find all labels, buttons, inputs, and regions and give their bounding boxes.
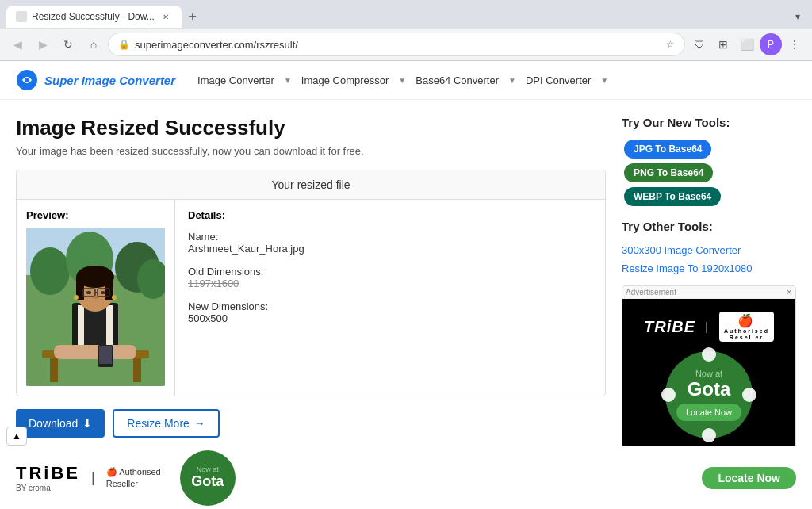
name-key: Name: — [188, 231, 592, 243]
old-dim-value: 1197x1600 — [188, 277, 592, 289]
nav-image-compressor[interactable]: Image Compressor — [295, 71, 396, 90]
deco-right — [742, 388, 756, 402]
bottom-gota: Gota — [191, 473, 224, 490]
result-box-header: Your resized file — [17, 170, 605, 200]
tool-link-300x300[interactable]: 300x300 Image Converter — [622, 241, 796, 259]
other-tools-title: Try Other Tools: — [622, 220, 796, 233]
svg-point-4 — [30, 247, 70, 295]
sidebar-ad: Advertisement ✕ TRiBE | 🍎 AuthorisedRese… — [622, 285, 796, 461]
sidebar-ad-label: Advertisement ✕ — [622, 286, 795, 299]
menu-icon[interactable]: ⋮ — [783, 33, 806, 55]
page-wrapper: Super Image Converter Image Converter ▼ … — [0, 61, 812, 509]
tablet-icon[interactable]: ⬜ — [736, 33, 758, 55]
tab-bar: Resized Successfuly - Dow... ✕ + ▾ — [0, 0, 812, 29]
page-subtext: Your image has been resized successfully… — [16, 145, 606, 157]
resize-more-label: Resize More — [127, 417, 190, 430]
active-tab[interactable]: Resized Successfuly - Dow... ✕ — [6, 6, 182, 28]
deco-bottom — [702, 428, 716, 442]
bottom-green-circle: Now at Gota — [180, 450, 236, 506]
svg-rect-14 — [78, 305, 84, 349]
site-nav: Super Image Converter Image Converter ▼ … — [0, 61, 812, 100]
result-box: Your resized file Preview: — [16, 170, 606, 396]
nav-links: Image Converter ▼ Image Compressor ▼ Bas… — [191, 71, 608, 90]
resize-more-button[interactable]: Resize More → — [113, 409, 220, 438]
tool-link-1920x1080[interactable]: Resize Image To 1920x1080 — [622, 259, 796, 277]
download-icon: ⬇ — [82, 417, 92, 430]
address-bar-icons: ☆ — [666, 39, 675, 50]
refresh-button[interactable]: ↻ — [57, 33, 79, 55]
name-value: Arshmeet_Kaur_Hora.jpg — [188, 243, 592, 254]
nav-base64-converter-arrow: ▼ — [508, 76, 516, 85]
svg-point-24 — [86, 291, 91, 294]
url-text: superimageconverter.com/rszresult/ — [135, 39, 661, 51]
svg-rect-9 — [50, 358, 58, 382]
apple-badge: 🍎 AuthorisedReseller — [719, 312, 774, 342]
action-buttons: Download ⬇ Resize More → — [16, 409, 606, 438]
details-label: Details: — [188, 209, 592, 221]
svg-rect-30 — [99, 346, 112, 364]
svg-rect-10 — [133, 358, 141, 382]
old-dim-key: Old Dimensions: — [188, 266, 592, 277]
nav-image-converter[interactable]: Image Converter — [191, 71, 281, 90]
svg-point-1 — [25, 78, 29, 82]
tab-close-button[interactable]: ✕ — [159, 10, 172, 23]
star-icon[interactable]: ☆ — [666, 39, 675, 50]
png-base64-pill[interactable]: PNG To Base64 — [624, 163, 713, 182]
name-row: Name: Arshmeet_Kaur_Hora.jpg — [188, 231, 592, 254]
now-at-text: Now at — [695, 369, 722, 378]
lock-icon: 🔒 — [118, 39, 130, 50]
svg-point-28 — [112, 295, 117, 300]
tab-menu-button[interactable]: ▾ — [790, 9, 806, 25]
sidebar-ad-content: TRiBE | 🍎 AuthorisedReseller Now — [622, 299, 795, 461]
webp-base64-pill[interactable]: WEBP To Base64 — [624, 187, 721, 206]
svg-rect-16 — [54, 345, 136, 359]
bottom-ad-overlay: TRiBE BY croma | 🍎 AuthorisedReseller No… — [0, 446, 812, 509]
old-dim-row: Old Dimensions: 1197x1600 — [188, 266, 592, 289]
nav-image-converter-arrow: ▼ — [284, 76, 292, 85]
tribe-logo-big: TRiBE — [16, 463, 80, 484]
back-button[interactable]: ◀ — [6, 33, 29, 55]
nav-image-compressor-arrow: ▼ — [398, 76, 406, 85]
new-dim-row: New Dimensions: 500x500 — [188, 300, 592, 324]
separator: | — [91, 469, 95, 486]
nav-dpi-converter[interactable]: DPI Converter — [519, 71, 597, 90]
browser-chrome: Resized Successfuly - Dow... ✕ + ▾ ◀ ▶ ↻… — [0, 0, 812, 61]
tab-title: Resized Successfuly - Dow... — [32, 11, 155, 22]
logo-area[interactable]: Super Image Converter — [16, 69, 175, 91]
locate-now-button[interactable]: Locate Now — [676, 404, 741, 421]
profile-avatar[interactable]: P — [760, 33, 782, 55]
preview-svg — [26, 228, 165, 386]
download-label: Download — [29, 417, 78, 430]
bottom-locate-button[interactable]: Locate Now — [702, 467, 796, 489]
preview-image — [26, 228, 165, 386]
download-button[interactable]: Download ⬇ — [16, 409, 105, 438]
collapse-button[interactable]: ▲ — [6, 427, 27, 446]
svg-point-25 — [101, 291, 105, 294]
address-bar-row: ◀ ▶ ↻ ⌂ 🔒 superimageconverter.com/rszres… — [0, 29, 812, 60]
by-croma-text: BY croma — [16, 484, 80, 492]
forward-button[interactable]: ▶ — [32, 33, 54, 55]
nav-base64-converter[interactable]: Base64 Converter — [409, 71, 505, 90]
jpg-base64-pill[interactable]: JPG To Base64 — [624, 140, 711, 159]
ad-green-circle: Now at Gota Locate Now — [665, 351, 753, 438]
shield-icon[interactable]: 🛡 — [688, 33, 710, 55]
tribe-logo: TRiBE | 🍎 AuthorisedReseller — [635, 312, 783, 342]
toolbar-icons: 🛡 ⊞ ⬜ P ⋮ — [688, 33, 806, 55]
gota-text: Gota — [688, 378, 731, 400]
new-tools-group: JPG To Base64 PNG To Base64 WEBP To Base… — [622, 137, 796, 209]
ad-close-icon[interactable]: ✕ — [786, 288, 792, 297]
new-tab-button[interactable]: + — [182, 6, 204, 28]
svg-point-27 — [74, 295, 79, 300]
logo-text: Super Image Converter — [44, 74, 175, 87]
preview-panel: Preview: — [17, 200, 175, 396]
nav-dpi-converter-arrow: ▼ — [600, 76, 608, 85]
new-dim-value: 500x500 — [188, 312, 592, 324]
preview-label: Preview: — [26, 209, 165, 221]
extensions-icon[interactable]: ⊞ — [712, 33, 734, 55]
deco-top — [702, 347, 716, 362]
address-bar[interactable]: 🔒 superimageconverter.com/rszresult/ ☆ — [108, 33, 685, 56]
new-tools-title: Try Our New Tools: — [622, 116, 796, 129]
page-heading: Image Resized Successfuly — [16, 116, 606, 140]
home-button[interactable]: ⌂ — [82, 33, 105, 55]
bottom-now-at: Now at — [197, 465, 219, 473]
